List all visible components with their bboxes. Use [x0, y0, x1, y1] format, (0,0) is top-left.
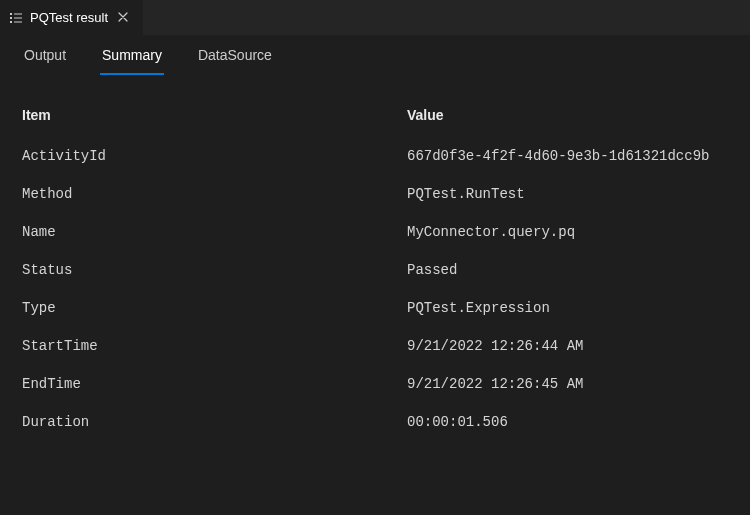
header-value: Value — [407, 107, 728, 123]
content-tabs: Output Summary DataSource — [0, 35, 750, 75]
row-item: EndTime — [22, 376, 407, 392]
svg-rect-5 — [14, 21, 22, 22]
table-row: StartTime9/21/2022 12:26:44 AM — [22, 327, 728, 365]
summary-table: Item Value ActivityId667d0f3e-4f2f-4d60-… — [0, 75, 750, 441]
row-value: 9/21/2022 12:26:44 AM — [407, 338, 728, 354]
row-item: Status — [22, 262, 407, 278]
row-value: MyConnector.query.pq — [407, 224, 728, 240]
svg-rect-3 — [14, 17, 22, 18]
row-item: Name — [22, 224, 407, 240]
summary-header: Item Value — [22, 95, 728, 137]
panel-tab-bar: PQTest result — [0, 0, 750, 35]
row-value: 9/21/2022 12:26:45 AM — [407, 376, 728, 392]
table-row: ActivityId667d0f3e-4f2f-4d60-9e3b-1d6132… — [22, 137, 728, 175]
row-value: 00:00:01.506 — [407, 414, 728, 430]
table-row: StatusPassed — [22, 251, 728, 289]
svg-rect-1 — [14, 13, 22, 14]
panel-tab-pqtest-result[interactable]: PQTest result — [0, 0, 143, 35]
row-value: Passed — [407, 262, 728, 278]
row-item: Duration — [22, 414, 407, 430]
close-icon[interactable] — [114, 8, 132, 28]
svg-rect-0 — [10, 13, 12, 15]
table-row: MethodPQTest.RunTest — [22, 175, 728, 213]
row-value: PQTest.Expression — [407, 300, 728, 316]
row-item: Type — [22, 300, 407, 316]
row-item: ActivityId — [22, 148, 407, 164]
row-item: Method — [22, 186, 407, 202]
list-icon — [8, 10, 24, 26]
row-value: PQTest.RunTest — [407, 186, 728, 202]
header-item: Item — [22, 107, 407, 123]
svg-rect-2 — [10, 17, 12, 19]
tab-datasource[interactable]: DataSource — [196, 47, 274, 75]
table-row: Duration00:00:01.506 — [22, 403, 728, 441]
row-item: StartTime — [22, 338, 407, 354]
table-row: EndTime9/21/2022 12:26:45 AM — [22, 365, 728, 403]
tab-output[interactable]: Output — [22, 47, 68, 75]
svg-rect-4 — [10, 21, 12, 23]
panel-tab-title: PQTest result — [30, 10, 108, 25]
table-row: TypePQTest.Expression — [22, 289, 728, 327]
row-value: 667d0f3e-4f2f-4d60-9e3b-1d61321dcc9b — [407, 148, 728, 164]
table-row: NameMyConnector.query.pq — [22, 213, 728, 251]
tab-summary[interactable]: Summary — [100, 47, 164, 75]
